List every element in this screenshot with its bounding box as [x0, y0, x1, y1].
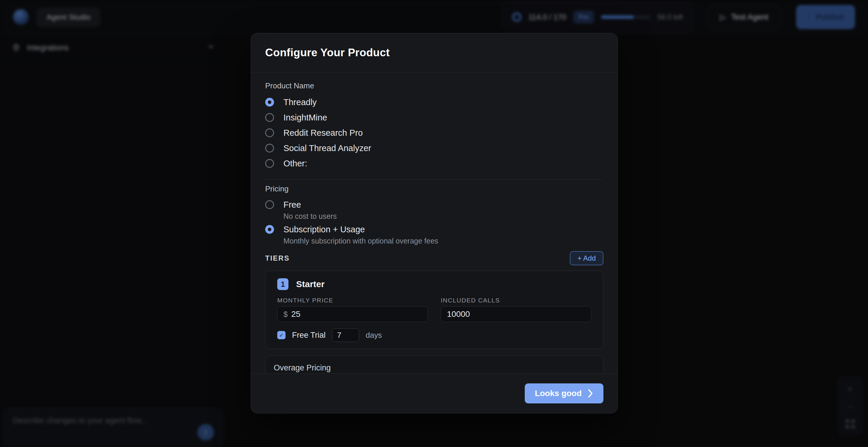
- overage-pricing-card: Overage Pricing: [265, 355, 603, 373]
- radio-icon[interactable]: [265, 200, 274, 209]
- radio-icon[interactable]: [265, 159, 274, 168]
- pricing-subscription-description: Monthly subscription with optional overa…: [283, 236, 603, 245]
- free-trial-checkbox[interactable]: ✓: [277, 331, 285, 339]
- modal-body: Product Name Threadly InsightMine Reddit…: [251, 72, 618, 373]
- radio-icon[interactable]: [265, 113, 274, 122]
- pricing-option-subscription-usage[interactable]: Subscription + Usage Monthly subscriptio…: [265, 222, 603, 245]
- trial-days-input[interactable]: [337, 331, 354, 340]
- days-label: days: [366, 331, 382, 340]
- monthly-price-field-group: MONTHLY PRICE $: [277, 297, 428, 322]
- product-option-other[interactable]: Other:: [265, 156, 603, 171]
- radio-icon[interactable]: [265, 98, 274, 106]
- radio-icon[interactable]: [265, 225, 274, 234]
- radio-icon[interactable]: [265, 144, 274, 153]
- monthly-price-input[interactable]: [291, 310, 422, 319]
- product-option-reddit-research-pro[interactable]: Reddit Research Pro: [265, 125, 603, 140]
- product-name-label: Product Name: [265, 81, 603, 90]
- radio-icon[interactable]: [265, 128, 274, 137]
- pricing-option-free[interactable]: Free No cost to users: [265, 198, 603, 221]
- currency-prefix: $: [283, 310, 287, 319]
- pricing-free-description: No cost to users: [283, 212, 603, 221]
- modal-footer: Looks good: [251, 373, 618, 413]
- tier-name: Starter: [296, 279, 325, 289]
- modal-title: Configure Your Product: [265, 46, 390, 59]
- tier-number-badge: 1: [277, 278, 288, 290]
- free-trial-row: ✓ Free Trial days: [277, 329, 591, 342]
- modal-header: Configure Your Product: [251, 33, 618, 72]
- add-tier-button[interactable]: + Add: [570, 251, 603, 266]
- app-root: { "topbar": { "app_label": "Agent Studio…: [0, 0, 868, 447]
- product-option-threadly[interactable]: Threadly: [265, 95, 603, 110]
- included-calls-input[interactable]: [447, 310, 585, 319]
- tier-card-starter: 1 Starter MONTHLY PRICE $ INCLUDED CALLS: [265, 270, 603, 349]
- product-option-social-thread-analyzer[interactable]: Social Thread Analyzer: [265, 140, 603, 156]
- looks-good-button[interactable]: Looks good: [525, 383, 603, 404]
- monthly-price-input-wrap[interactable]: $: [277, 306, 428, 322]
- tiers-header-row: TIERS + Add: [265, 252, 603, 265]
- trial-days-input-wrap[interactable]: [332, 328, 359, 342]
- product-option-insightmine[interactable]: InsightMine: [265, 110, 603, 125]
- monthly-price-label: MONTHLY PRICE: [277, 297, 428, 304]
- included-calls-input-wrap[interactable]: [441, 306, 591, 322]
- free-trial-label: Free Trial: [292, 331, 326, 340]
- included-calls-field-group: INCLUDED CALLS: [441, 297, 591, 322]
- tiers-label: TIERS: [265, 254, 290, 262]
- section-divider: [265, 179, 603, 180]
- looks-good-label: Looks good: [535, 389, 582, 398]
- chevron-right-icon: [587, 389, 593, 398]
- overage-pricing-title: Overage Pricing: [274, 363, 595, 373]
- pricing-label: Pricing: [265, 184, 603, 193]
- configure-product-modal: Configure Your Product Product Name Thre…: [251, 33, 618, 413]
- included-calls-label: INCLUDED CALLS: [441, 297, 591, 304]
